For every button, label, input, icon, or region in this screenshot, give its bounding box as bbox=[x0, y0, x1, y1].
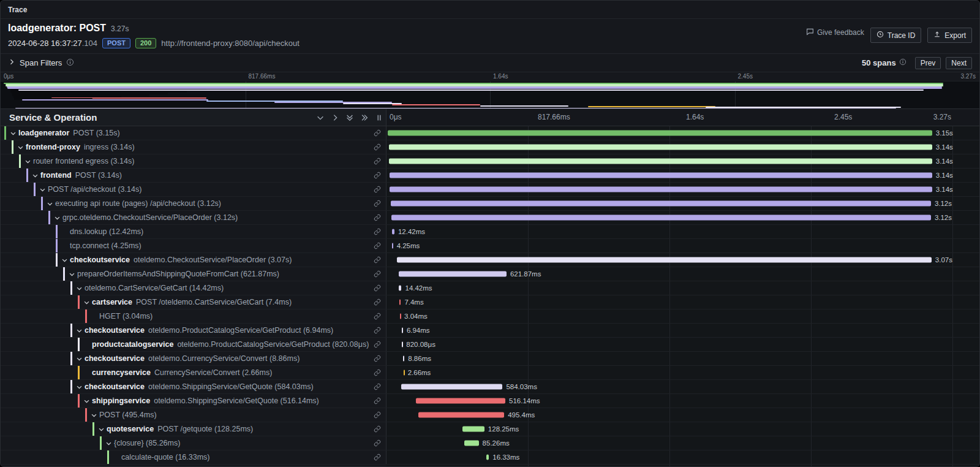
span-collapse-chevron[interactable] bbox=[83, 299, 92, 306]
span-bar-cell[interactable]: 16.33ms bbox=[386, 450, 979, 464]
span-duration-bar[interactable] bbox=[397, 257, 932, 263]
span-bar-cell[interactable]: 4.25ms bbox=[386, 239, 979, 252]
span-bar-cell[interactable]: 3.15s bbox=[386, 126, 979, 140]
span-duration-bar[interactable] bbox=[400, 314, 401, 319]
span-bar-cell[interactable]: 12.42ms bbox=[386, 225, 979, 238]
span-duration-bar[interactable] bbox=[464, 441, 479, 446]
span-duration-bar[interactable] bbox=[418, 412, 504, 418]
span-bar-cell[interactable]: 6.94ms bbox=[386, 324, 979, 337]
span-link-icon[interactable] bbox=[374, 355, 381, 362]
span-duration-bar[interactable] bbox=[390, 187, 932, 192]
span-bar-cell[interactable]: 7.4ms bbox=[386, 295, 979, 309]
span-name-cell[interactable]: grpc.oteldemo.CheckoutService/PlaceOrder… bbox=[1, 211, 386, 224]
span-duration-bar[interactable] bbox=[402, 342, 403, 347]
span-link-icon[interactable] bbox=[374, 242, 381, 249]
span-bar-cell[interactable]: 14.42ms bbox=[386, 281, 979, 295]
span-collapse-chevron[interactable] bbox=[83, 398, 92, 404]
span-name-cell[interactable]: dns.lookup (12.42ms) bbox=[1, 225, 386, 238]
span-link-icon[interactable] bbox=[374, 454, 381, 461]
span-collapse-chevron[interactable] bbox=[76, 285, 85, 292]
span-bar-cell[interactable]: 516.14ms bbox=[386, 394, 979, 408]
expand-all-icon[interactable] bbox=[360, 113, 369, 122]
span-name-cell[interactable]: cartservice POST /oteldemo.CartService/G… bbox=[1, 295, 386, 309]
span-link-icon[interactable] bbox=[374, 143, 381, 151]
trace-id-button[interactable]: Trace ID bbox=[870, 28, 922, 43]
span-name-cell[interactable]: HGET (3.04ms) bbox=[1, 309, 386, 323]
collapse-one-icon[interactable] bbox=[316, 113, 325, 122]
span-link-icon[interactable] bbox=[374, 270, 381, 278]
span-duration-bar[interactable] bbox=[389, 145, 932, 150]
span-name-cell[interactable]: frontend POST (3.14s) bbox=[1, 169, 386, 182]
span-collapse-chevron[interactable] bbox=[24, 158, 33, 165]
span-duration-bar[interactable] bbox=[401, 384, 502, 390]
span-link-icon[interactable] bbox=[374, 214, 381, 221]
span-link-icon[interactable] bbox=[374, 298, 381, 306]
span-link-icon[interactable] bbox=[374, 411, 381, 419]
span-collapse-chevron[interactable] bbox=[10, 130, 18, 137]
span-name-cell[interactable]: shippingservice oteldemo.ShippingService… bbox=[1, 394, 386, 408]
span-duration-bar[interactable] bbox=[403, 356, 404, 362]
span-collapse-chevron[interactable] bbox=[105, 440, 114, 447]
span-collapse-chevron[interactable] bbox=[47, 200, 55, 207]
give-feedback-link[interactable]: Give feedback bbox=[806, 28, 864, 37]
span-name-cell[interactable]: prepareOrderItemsAndShippingQuoteFromCar… bbox=[1, 267, 386, 281]
span-name-cell[interactable]: POST (495.4ms) bbox=[1, 408, 386, 422]
column-resize-handle[interactable] bbox=[375, 113, 383, 122]
trace-minimap[interactable]: 0μs817.66ms1.64s2.45s3.27s bbox=[1, 72, 979, 109]
span-link-icon[interactable] bbox=[374, 327, 381, 334]
span-link-icon[interactable] bbox=[374, 256, 381, 264]
span-collapse-chevron[interactable] bbox=[32, 172, 40, 179]
span-duration-bar[interactable] bbox=[391, 201, 930, 207]
span-name-cell[interactable]: checkoutservice oteldemo.ProductCatalogS… bbox=[1, 324, 386, 337]
span-bar-cell[interactable]: 3.14s bbox=[386, 183, 979, 196]
span-link-icon[interactable] bbox=[374, 369, 381, 376]
span-link-icon[interactable] bbox=[374, 200, 381, 207]
span-name-cell[interactable]: quoteservice POST /getquote (128.25ms) bbox=[1, 422, 386, 436]
span-duration-bar[interactable] bbox=[399, 300, 401, 305]
span-duration-bar[interactable] bbox=[486, 455, 489, 460]
span-duration-bar[interactable] bbox=[399, 271, 507, 277]
span-duration-bar[interactable] bbox=[392, 243, 393, 249]
span-bar-cell[interactable]: 3.14s bbox=[386, 140, 979, 154]
span-collapse-chevron[interactable] bbox=[54, 215, 62, 221]
span-bar-cell[interactable]: 621.87ms bbox=[386, 267, 979, 281]
span-name-cell[interactable]: checkoutservice oteldemo.CurrencyService… bbox=[1, 352, 386, 365]
span-duration-bar[interactable] bbox=[392, 229, 394, 235]
prev-span-button[interactable]: Prev bbox=[915, 57, 941, 69]
span-collapse-chevron[interactable] bbox=[17, 144, 26, 151]
span-bar-cell[interactable]: 584.03ms bbox=[386, 380, 979, 393]
span-bar-cell[interactable]: 3.12s bbox=[386, 197, 979, 210]
span-filters-toggle[interactable]: Span Filters bbox=[8, 58, 74, 68]
span-bar-cell[interactable]: 85.26ms bbox=[386, 436, 979, 450]
span-name-cell[interactable]: frontend-proxy ingress (3.14s) bbox=[1, 140, 386, 154]
span-link-icon[interactable] bbox=[374, 186, 381, 193]
span-collapse-chevron[interactable] bbox=[69, 271, 77, 278]
span-name-cell[interactable]: POST /api/checkout (3.14s) bbox=[1, 183, 386, 196]
expand-one-icon[interactable] bbox=[331, 113, 339, 122]
next-span-button[interactable]: Next bbox=[946, 57, 972, 69]
span-link-icon[interactable] bbox=[374, 439, 381, 447]
span-collapse-chevron[interactable] bbox=[91, 412, 99, 419]
span-duration-bar[interactable] bbox=[399, 286, 401, 291]
span-name-cell[interactable]: oteldemo.CartService/GetCart (14.42ms) bbox=[1, 281, 386, 295]
span-duration-bar[interactable] bbox=[388, 131, 932, 136]
span-link-icon[interactable] bbox=[374, 425, 381, 433]
span-bar-cell[interactable]: 3.07s bbox=[386, 253, 979, 267]
span-link-icon[interactable] bbox=[374, 397, 381, 404]
span-name-cell[interactable]: loadgenerator POST (3.15s) bbox=[1, 126, 386, 140]
span-duration-bar[interactable] bbox=[462, 427, 484, 432]
span-link-icon[interactable] bbox=[374, 313, 381, 320]
span-link-icon[interactable] bbox=[374, 158, 381, 165]
span-bar-cell[interactable]: 3.14s bbox=[386, 169, 979, 182]
span-link-icon[interactable] bbox=[374, 284, 381, 292]
span-bar-cell[interactable]: 820.08μs bbox=[386, 338, 979, 351]
span-name-cell[interactable]: checkoutservice oteldemo.ShippingService… bbox=[1, 380, 386, 393]
export-button[interactable]: Export bbox=[927, 28, 972, 43]
span-name-cell[interactable]: executing api route (pages) /api/checkou… bbox=[1, 197, 386, 210]
span-link-icon[interactable] bbox=[374, 341, 381, 348]
span-link-icon[interactable] bbox=[374, 228, 381, 235]
span-link-icon[interactable] bbox=[374, 172, 381, 179]
span-link-icon[interactable] bbox=[374, 383, 381, 390]
span-name-cell[interactable]: router frontend egress (3.14s) bbox=[1, 154, 386, 168]
span-duration-bar[interactable] bbox=[404, 370, 405, 376]
